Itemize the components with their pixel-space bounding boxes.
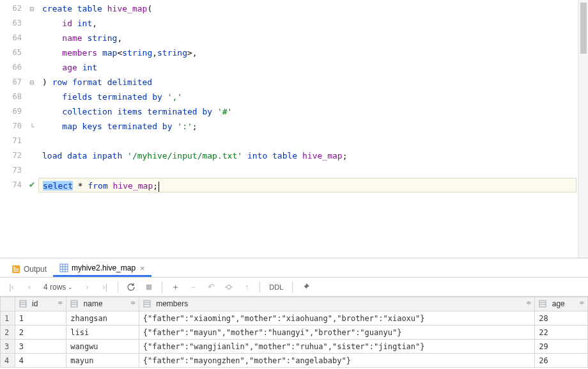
fold-marker[interactable]	[26, 163, 38, 178]
line-number: 63	[0, 16, 26, 31]
code-line[interactable]: id int,	[38, 16, 576, 31]
remove-row-button[interactable]: －	[185, 279, 201, 295]
row-number: 4	[1, 354, 15, 368]
cell-age[interactable]: 22	[535, 326, 588, 340]
corner-cell	[1, 297, 15, 311]
code-line[interactable]: select * from hive_map;	[38, 178, 576, 192]
commit-button[interactable]	[221, 279, 236, 295]
output-icon	[12, 265, 20, 274]
ddl-button[interactable]: DDL	[265, 283, 287, 291]
svg-rect-3	[13, 271, 19, 272]
stop-button[interactable]	[141, 279, 157, 295]
fold-column: ⊟⊟└	[26, 0, 38, 192]
column-header-age[interactable]: age≑	[535, 297, 588, 311]
line-number: 65	[0, 45, 26, 60]
code-line[interactable]	[38, 134, 576, 148]
fold-marker[interactable]	[26, 60, 38, 75]
add-row-button[interactable]: ＋	[167, 279, 183, 295]
row-number: 1	[1, 311, 15, 326]
rows-count-dropdown[interactable]: 4 rows ⌄	[40, 283, 77, 292]
column-icon	[539, 300, 548, 309]
vertical-scrollbar[interactable]	[578, 0, 588, 258]
fold-marker[interactable]	[26, 104, 38, 119]
cell-age[interactable]: 29	[535, 340, 588, 354]
svg-rect-19	[144, 301, 150, 307]
code-line[interactable]: map keys terminated by ':';	[38, 119, 576, 134]
sort-icon: ≑	[58, 299, 62, 306]
result-grid[interactable]: id≑ name≑ members≑ age≑ 11	[0, 297, 588, 369]
fold-marker[interactable]: ⊟	[26, 1, 38, 16]
line-number: 69	[0, 104, 26, 119]
fold-marker[interactable]	[26, 45, 38, 60]
cell-id[interactable]: 2	[15, 326, 66, 340]
code-line[interactable]: ) row format delimited	[38, 75, 576, 90]
fold-marker[interactable]	[26, 16, 38, 31]
next-page-button[interactable]: ›	[79, 279, 95, 295]
sql-editor[interactable]: 62636465666768697071727374 ⊟⊟└ create ta…	[0, 0, 588, 258]
code-line[interactable]: age int	[38, 60, 576, 75]
revert-button[interactable]: ↶	[203, 279, 219, 295]
sort-icon: ≑	[130, 299, 135, 306]
line-number: 62	[0, 1, 26, 16]
reload-button[interactable]	[123, 279, 139, 295]
cell-name[interactable]: zhangsan	[66, 311, 139, 326]
line-number: 71	[0, 134, 26, 148]
cell-age[interactable]: 26	[535, 354, 588, 368]
line-number: 66	[0, 60, 26, 75]
fold-marker[interactable]	[26, 148, 38, 163]
fold-marker[interactable]	[26, 31, 38, 45]
table-row[interactable]: 11zhangsan{"father":"xiaoming","mother":…	[1, 311, 588, 326]
line-number: 67	[0, 75, 26, 90]
line-number-gutter: 62636465666768697071727374	[0, 0, 26, 192]
svg-rect-2	[13, 269, 19, 270]
fold-marker[interactable]: ⊟	[26, 75, 38, 90]
code-area[interactable]: create table hive_map( id int, name stri…	[38, 0, 576, 192]
column-header-name[interactable]: name≑	[66, 297, 139, 311]
tab-result-label: myhive2.hive_map	[72, 263, 135, 272]
code-line[interactable]: name string,	[38, 31, 576, 45]
cell-members[interactable]: {"father":"xiaoming","mother":"xiaohuang…	[139, 311, 535, 326]
table-row[interactable]: 33wangwu{"father":"wangjianlin","mother"…	[1, 340, 588, 354]
fold-marker[interactable]	[26, 90, 38, 104]
cell-id[interactable]: 3	[15, 340, 66, 354]
cell-id[interactable]: 4	[15, 354, 66, 368]
code-line[interactable]: load data inpath '/myhive/input/map.txt'…	[38, 148, 576, 163]
table-icon	[59, 263, 68, 272]
code-line[interactable]: collection items terminated by '#'	[38, 104, 576, 119]
cell-age[interactable]: 28	[535, 311, 588, 326]
cell-members[interactable]: {"father":"mayun","mother":"huangyi","br…	[139, 326, 535, 340]
column-header-members[interactable]: members≑	[139, 297, 535, 311]
cell-name[interactable]: wangwu	[66, 340, 139, 354]
last-page-button[interactable]: ›|	[97, 279, 112, 295]
table-row[interactable]: 44mayun{"father":"mayongzhen","mother":"…	[1, 354, 588, 368]
code-line[interactable]: fields terminated by ','	[38, 90, 576, 104]
cell-members[interactable]: {"father":"wangjianlin","mother":"ruhua"…	[139, 340, 535, 354]
pin-button[interactable]	[298, 279, 313, 295]
tab-output-label: Output	[24, 265, 47, 274]
svg-rect-1	[13, 267, 15, 268]
code-line[interactable]	[38, 163, 576, 178]
submit-button[interactable]: ↑	[239, 279, 254, 295]
column-icon	[19, 300, 28, 309]
table-row[interactable]: 22lisi{"father":"mayun","mother":"huangy…	[1, 326, 588, 340]
result-toolbar: |‹ ‹ 4 rows ⌄ › ›| ＋ － ↶ ↑ DDL	[0, 278, 588, 297]
fold-marker[interactable]	[26, 134, 38, 148]
cell-name[interactable]: lisi	[66, 326, 139, 340]
scroll-thumb[interactable]	[580, 3, 587, 54]
run-ok-icon: ✔	[27, 180, 36, 189]
line-number: 72	[0, 148, 26, 163]
cell-name[interactable]: mayun	[66, 354, 139, 368]
close-icon[interactable]: ×	[140, 263, 145, 273]
fold-marker[interactable]: └	[26, 119, 38, 134]
tab-result[interactable]: myhive2.hive_map ×	[53, 261, 151, 277]
row-number: 3	[1, 340, 15, 354]
prev-page-button[interactable]: ‹	[22, 279, 37, 295]
tab-output[interactable]: Output	[5, 261, 53, 277]
column-header-id[interactable]: id≑	[15, 297, 66, 311]
code-line[interactable]: create table hive_map(	[38, 1, 576, 16]
first-page-button[interactable]: |‹	[4, 279, 19, 295]
code-line[interactable]: members map<string,string>,	[38, 45, 576, 60]
result-tabs: Output myhive2.hive_map ×	[0, 261, 588, 278]
cell-id[interactable]: 1	[15, 311, 66, 326]
cell-members[interactable]: {"father":"mayongzhen","mother":"angelab…	[139, 354, 535, 368]
